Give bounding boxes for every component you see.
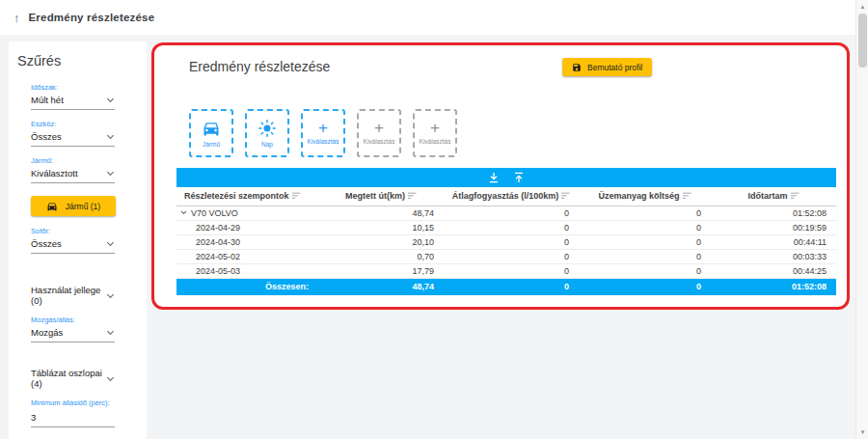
back-arrow-icon[interactable]: ↑ (14, 11, 20, 25)
table-row-day[interactable]: 2024-05-03 17,79 0 0 00:44:25 (176, 263, 836, 278)
export-bottom-button[interactable] (488, 172, 500, 183)
column-header-duration[interactable]: Időtartam (711, 187, 836, 206)
group-box-selection-1[interactable]: + Kiválasztás (301, 109, 345, 157)
motion-field: Mozgás/állás: Mozgás (31, 316, 115, 343)
filter-sidebar: Szűrés Időszak: Múlt hét Eszköz: Összes … (9, 41, 147, 439)
sort-icon (683, 192, 692, 200)
filter-title: Szűrés (17, 53, 147, 69)
group-box-selection-2[interactable]: + Kiválasztás (357, 109, 401, 157)
table-row-vehicle[interactable]: V70 VOLVO 48,74 0 0 01:52:08 (176, 206, 836, 220)
table-total-row: Összesen: 48,74 0 0 01:52:08 (176, 278, 836, 295)
chevron-down-icon (107, 132, 114, 139)
driver-select[interactable]: Összes (31, 238, 115, 254)
sort-icon (408, 192, 417, 200)
group-box-vehicle[interactable]: Jármű (189, 109, 233, 157)
column-header-consumption[interactable]: Átlagfogyasztás (l/100km) (444, 187, 579, 206)
usage-type-select[interactable]: Használat jellege (0) (31, 285, 115, 306)
table-row-day[interactable]: 2024-04-29 10,15 0 0 00:19:59 (176, 220, 836, 234)
vehicle-value: Kiválasztott (31, 168, 78, 178)
scroll-down-icon[interactable]: ▼ (856, 427, 868, 437)
page-title: Eredmény részletezése (29, 12, 155, 23)
sort-icon (791, 192, 800, 200)
plus-icon: + (374, 122, 384, 135)
table-row-day[interactable]: 2024-05-02 0,70 0 0 00:03:33 (176, 249, 836, 263)
column-header-fuel-cost[interactable]: Üzemanyag költség (579, 187, 711, 206)
upload-icon (513, 172, 525, 183)
table-columns-field: Táblázat oszlopai (4) (31, 368, 115, 389)
driver-label: Sofőr: (31, 227, 115, 235)
sort-icon (561, 192, 570, 200)
vehicle-select[interactable]: Kiválasztott (31, 168, 115, 183)
driver-value: Összes (31, 238, 62, 249)
group-box-label: Jármű (203, 141, 220, 148)
chevron-down-icon (107, 239, 114, 246)
scrollbar-thumb[interactable] (858, 14, 867, 68)
group-box-selection-3[interactable]: + Kiválasztás (413, 109, 457, 157)
group-box-label: Kiválasztás (420, 138, 451, 145)
chevron-down-icon (107, 96, 114, 102)
car-icon (202, 119, 221, 138)
results-table: Részletezési szempontok Megtett út(km) Á… (176, 187, 836, 295)
period-field: Időszak: Múlt hét (31, 83, 115, 110)
min-idle-label: Minimum állásidő (perc): (31, 398, 115, 407)
column-header-criteria[interactable]: Részletezési szempontok (176, 187, 318, 206)
vehicle-label: Jármű: (31, 156, 115, 165)
vehicle-count-label: Jármű (1) (66, 202, 100, 211)
column-header-distance[interactable]: Megtett út(km) (318, 187, 444, 206)
usage-type-field: Használat jellege (0) (31, 285, 115, 306)
table-header-row: Részletezési szempontok Megtett út(km) Á… (176, 187, 836, 206)
motion-value: Mozgás (31, 327, 63, 338)
demo-profile-label: Bemutató profil (587, 63, 642, 72)
group-box-label: Kiválasztás (308, 138, 339, 145)
scrollbar-track[interactable]: ▲ ▼ (855, 0, 868, 439)
group-box-label: Kiválasztás (364, 138, 395, 145)
sort-icon (292, 192, 301, 200)
car-icon (46, 201, 58, 212)
expand-chevron-icon[interactable] (180, 210, 187, 215)
result-panel: Eredmény részletezése Bemutató profil Já… (151, 42, 850, 310)
total-label: Összesen: (176, 278, 318, 295)
table-toolbar (176, 168, 836, 187)
vehicle-field: Jármű: Kiválasztott (31, 156, 115, 183)
table-columns-value: Táblázat oszlopai (4) (31, 368, 108, 389)
device-label: Eszköz: (31, 120, 115, 128)
grouping-row: Jármű Nap + Kiválasztás + Kiválasztás + … (189, 109, 847, 157)
table-row-day[interactable]: 2024-04-30 20,10 0 0 00:44:11 (176, 234, 836, 249)
chevron-down-icon (107, 169, 114, 176)
demo-profile-button[interactable]: Bemutató profil (562, 58, 652, 76)
driver-field: Sofőr: Összes (31, 227, 115, 254)
save-icon (572, 63, 582, 72)
device-value: Összes (31, 131, 62, 142)
table-columns-select[interactable]: Táblázat oszlopai (4) (31, 368, 115, 389)
period-value: Múlt hét (31, 95, 64, 105)
chevron-down-icon (107, 328, 114, 335)
group-box-label: Nap (261, 141, 273, 148)
download-icon (488, 172, 500, 183)
result-title: Eredmény részletezése (189, 59, 847, 74)
vehicle-count-button[interactable]: Jármű (1) (31, 196, 116, 216)
chevron-down-icon (107, 290, 114, 297)
scroll-up-icon[interactable]: ▲ (856, 2, 868, 12)
chevron-down-icon (107, 373, 114, 380)
period-select[interactable]: Múlt hét (31, 95, 115, 110)
min-idle-field: Minimum állásidő (perc): (31, 398, 115, 427)
device-select[interactable]: Összes (31, 131, 115, 147)
page-header: ↑ Eredmény részletezése (0, 0, 868, 35)
group-box-day[interactable]: Nap (245, 109, 289, 157)
sun-icon (258, 119, 277, 138)
device-field: Eszköz: Összes (31, 120, 115, 147)
usage-type-value: Használat jellege (0) (31, 285, 108, 306)
plus-icon: + (318, 122, 328, 135)
export-top-button[interactable] (513, 172, 525, 183)
motion-select[interactable]: Mozgás (31, 327, 115, 343)
motion-label: Mozgás/állás: (31, 316, 115, 324)
period-label: Időszak: (31, 83, 115, 92)
min-idle-input[interactable] (31, 410, 115, 427)
plus-icon: + (430, 122, 440, 135)
